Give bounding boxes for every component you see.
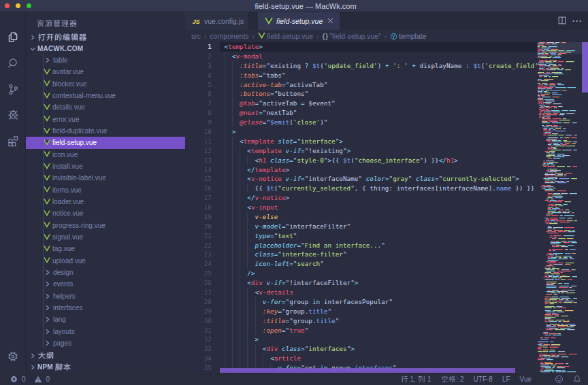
minimap-slider[interactable] [537,42,588,54]
code-line-8[interactable]: 8 @next="nextTab" [185,108,537,118]
code-line-27[interactable]: 27 <v-details [185,288,537,297]
extensions-icon[interactable] [0,128,26,154]
tree-item-field-setup-vue[interactable]: field-setup.vue [26,137,185,148]
tree-item-tag-vue[interactable]: tag.vue [26,243,185,254]
code-line-11[interactable]: 11 <template slot="interface"> [185,137,537,146]
search-icon[interactable] [0,50,26,76]
code-line-26[interactable]: 26 <div v-if="!interfaceFilter"> [185,278,537,288]
code-line-29[interactable]: 29 :key="group.title" [185,307,537,316]
code-line-3[interactable]: 3 :title="existing ? $t('update_field') … [185,61,537,71]
code-line-9[interactable]: 9 @close="$emit('close')" [185,118,537,127]
code-line-15[interactable]: 15 <v-notice v-if="interfaceName" color=… [185,174,537,184]
tree-item-helpers[interactable]: helpers [26,290,185,302]
code-line-22[interactable]: 22 placeholder="Find an interface..." [185,241,537,250]
tree-item-blocker-vue[interactable]: blocker.vue [26,78,185,90]
code-area[interactable]: 1<template>2 <v-modal3 :title="existing … [185,42,537,373]
breadcrumb-src[interactable]: src [191,32,201,40]
tree-item-upload-vue[interactable]: upload.vue [26,255,185,267]
code-line-24[interactable]: 24 icon-left="search" [185,259,537,269]
code-line-32[interactable]: 32 > [185,335,537,344]
code-line-25[interactable]: 25 /> [185,269,537,278]
tree-item-pages[interactable]: pages [26,337,185,349]
open-editors-section[interactable] [26,31,185,43]
code-editor[interactable]: 1<template>2 <v-modal3 :title="existing … [185,42,588,373]
tree-item-signal-vue[interactable]: signal.vue [26,231,185,243]
minimap[interactable] [537,42,579,373]
eol-status[interactable]: LF [497,375,515,383]
code-line-28[interactable]: 28 v-for="group in interfacesPopular" [185,297,537,307]
breadcrumb-template[interactable]: template [390,32,426,40]
tree-item-icon-vue[interactable]: icon.vue [26,149,185,161]
settings-gear-icon[interactable] [0,344,26,369]
vue-file-icon [44,222,50,229]
code-line-31[interactable]: 31 :open="true" [185,326,537,335]
cursor-position-status[interactable]: 1, 1 [395,375,436,383]
workspace-root-section[interactable]: MACWK.COM [26,43,185,54]
breadcrumb-file[interactable]: field-setup.vue [258,32,313,40]
breadcrumb-components[interactable]: components [210,32,248,40]
code-line-7[interactable]: 7 @tab="activeTab = $event" [185,99,537,108]
npm-scripts-section[interactable]: NPM [26,361,185,373]
encoding-status[interactable]: UTF-8 [469,375,497,383]
tree-item-details-vue[interactable]: details.vue [26,101,185,113]
tree-item-invisible-label-vue[interactable]: invisible-label.vue [26,172,185,184]
tree-item-notice-vue[interactable]: notice.vue [26,207,185,219]
code-line-6[interactable]: 6 :buttons="buttons" [185,89,537,99]
notifications-bell-icon[interactable] [568,375,588,384]
symbol-template-icon [390,33,397,40]
tree-item-field-duplicate-vue[interactable]: field-duplicate.vue [26,125,185,137]
code-line-4[interactable]: 4 :tabs="tabs" [185,71,537,80]
tree-item-error-vue[interactable]: error.vue [26,114,185,125]
breadcrumb-symbol-file[interactable]: { } "field-setup.vue" [323,32,381,40]
code-line-10[interactable]: 10 > [185,127,537,137]
code-line-12[interactable]: 12 <template v-if="!existing"> [185,146,537,156]
indentation-status[interactable]: : 2 [436,375,468,383]
outline-section[interactable] [26,350,185,361]
code-line-13[interactable]: 13 <h1 class="style-0">{{ $t("choose_int… [185,156,537,165]
code-line-2[interactable]: 2 <v-modal [185,52,537,61]
code-line-20[interactable]: 20 v-model="interfaceFilter" [185,222,537,231]
source-control-icon[interactable] [0,76,26,102]
code-line-16[interactable]: 16 {{ $t("currently_selected", { thing: … [185,184,537,193]
code-line-23[interactable]: 23 class="interface-filter" [185,250,537,259]
code-line-33[interactable]: 33 <div class="interfaces"> [185,344,537,354]
debug-icon[interactable] [0,102,26,128]
code-text: <v-details [225,288,293,297]
language-mode-status[interactable]: Vue [515,375,536,383]
line-number: 14 [185,165,212,175]
code-line-34[interactable]: 34 <article [185,354,537,363]
explorer-icon[interactable] [0,24,26,50]
code-line-17[interactable]: 17 </v-notice> [185,193,537,203]
tree-item-contextual-menu-vue[interactable]: contextual-menu.vue [26,90,185,101]
tree-item-layouts[interactable]: layouts [26,326,185,337]
code-line-1[interactable]: 1<template> [185,42,537,52]
feedback-smiley-icon[interactable] [550,375,568,384]
code-line-14[interactable]: 14 </template> [185,165,537,175]
tree-item-items-vue[interactable]: items.vue [26,184,185,196]
code-line-19[interactable]: 19 v-else [185,212,537,222]
close-tab-icon[interactable] [327,16,333,26]
code-line-5[interactable]: 5 :active-tab="activeTab" [185,80,537,90]
tree-item-progress-ring-vue[interactable]: progress-ring.vue [26,220,185,231]
horizontal-scrollbar[interactable] [220,368,515,373]
more-actions-icon[interactable]: ··· [572,18,583,24]
tree-item-interfaces[interactable]: interfaces [26,302,185,314]
code-line-30[interactable]: 30 :title="group.title" [185,316,537,326]
tree-item-install-vue[interactable]: install.vue [26,161,185,172]
tree-item-loader-vue[interactable]: loader.vue [26,196,185,207]
problems-status[interactable]: 0 0 [10,375,50,383]
tree-item-lang[interactable]: lang [26,314,185,325]
vertical-scrollbar[interactable] [582,42,588,93]
tab-field-setup-vue[interactable]: field-setup.vue [258,12,340,30]
tab-vue-config-js[interactable]: JS vue.config.js [185,12,248,30]
tree-item-table[interactable]: table [26,54,185,66]
vue-file-icon [44,246,50,252]
tree-item-events[interactable]: events [26,278,185,290]
tree-item-avatar-vue[interactable]: avatar.vue [26,66,185,78]
split-editor-icon[interactable] [558,15,566,27]
code-line-18[interactable]: 18 <v-input [185,203,537,212]
line-number: 35 [185,363,212,373]
code-text: </template> [225,165,290,175]
code-line-21[interactable]: 21 type="text" [185,231,537,241]
tree-item-design[interactable]: design [26,267,185,278]
